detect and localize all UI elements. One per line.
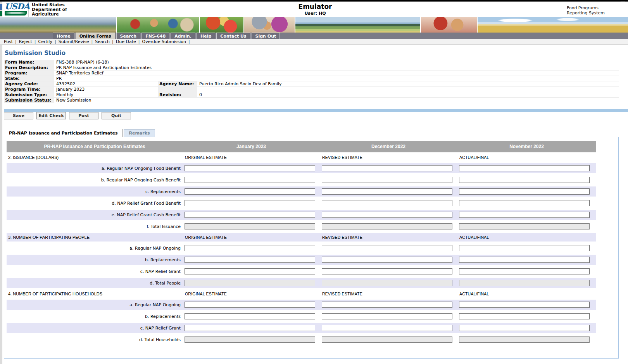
info-row-form-name: Form Name:FNS-388 (PR-NAP) (6-18) — [4, 60, 619, 65]
input-d-total-people-col1 — [185, 280, 315, 286]
nav-online-forms[interactable]: Online Forms — [76, 33, 115, 39]
system-name: Food Programs Reporting System — [567, 5, 605, 16]
nav-admin[interactable]: Admin. — [171, 33, 195, 39]
row-label: d. NAP Relief Grant Food Benefit — [7, 201, 183, 206]
info-label-2 — [158, 87, 197, 92]
input-b-regular-nap-ongoing-cash-benefit-col1[interactable] — [185, 177, 315, 183]
input-e-nap-relief-grant-cash-benefit-col1[interactable] — [185, 212, 315, 218]
input-cell — [320, 200, 457, 206]
input-c-replacements-col1[interactable] — [185, 188, 315, 195]
input-cell — [457, 200, 596, 206]
input-cell — [183, 302, 320, 308]
nav-home[interactable]: Home — [53, 33, 74, 39]
row-label: a. Regular NAP Ongoing — [7, 246, 183, 251]
grid-header-pr-nap-issuance-and-participation-estimates: PR-NAP Issuance and Participation Estima… — [7, 144, 183, 149]
input-a-regular-nap-ongoing-col2[interactable] — [322, 245, 452, 251]
input-cell — [320, 188, 457, 195]
input-cell — [457, 325, 596, 331]
input-cell — [320, 325, 457, 331]
nav-contact-us[interactable]: Contact Us — [216, 33, 250, 39]
subnav-certify[interactable]: Certify — [38, 39, 53, 44]
subnav-due-date[interactable]: Due Date — [116, 39, 136, 44]
column-label-revised-estimate: REVISED ESTIMATE — [320, 235, 457, 240]
input-a-regular-nap-ongoing-col3[interactable] — [459, 302, 590, 308]
column-label-original-estimate: ORIGINAL ESTIMATE — [183, 292, 320, 296]
row-b-replacements: b. Replacements — [7, 311, 596, 322]
nav-fns-648[interactable]: FNS-648 — [141, 33, 169, 39]
input-b-regular-nap-ongoing-cash-benefit-col2[interactable] — [322, 177, 452, 183]
input-a-regular-nap-ongoing-col2[interactable] — [322, 302, 452, 308]
quit-button[interactable]: Quit — [102, 112, 131, 119]
row-label: c. NAP Relief Grant — [7, 269, 183, 274]
info-label: Program: — [4, 71, 54, 76]
info-row-program-time: Program Time:January 2023 — [4, 87, 619, 92]
input-cell — [183, 188, 320, 195]
nav-sign-out[interactable]: Sign Out — [252, 33, 280, 39]
input-a-regular-nap-ongoing-col1[interactable] — [185, 245, 315, 251]
nav-search[interactable]: Search — [116, 33, 141, 39]
subnav-post[interactable]: Post — [4, 39, 13, 44]
estimates-grid: PR-NAP Issuance and Participation Estima… — [7, 141, 596, 345]
info-value: January 2023 — [54, 87, 155, 92]
subnav-reject[interactable]: Reject — [19, 39, 32, 44]
subnav-overdue-submission[interactable]: Overdue Submission — [142, 39, 186, 44]
wheat-field-photo — [478, 17, 628, 33]
input-d-nap-relief-grant-food-benefit-col3[interactable] — [459, 200, 590, 206]
input-b-replacements-col1[interactable] — [185, 257, 315, 263]
row-a-regular-nap-ongoing-food-benefit: a. Regular NAP Ongoing Food Benefit — [7, 162, 596, 174]
input-a-regular-nap-ongoing-food-benefit-col3[interactable] — [459, 165, 590, 171]
input-e-nap-relief-grant-cash-benefit-col2[interactable] — [322, 212, 452, 218]
tab-bar: PR-NAP Issuance and Participation Estima… — [4, 128, 155, 137]
nav-help[interactable]: Help — [197, 33, 215, 39]
subnav-search[interactable]: Search — [95, 39, 110, 44]
grid-header-row: PR-NAP Issuance and Participation Estima… — [7, 141, 596, 152]
input-cell — [183, 257, 320, 263]
input-b-replacements-col2[interactable] — [322, 257, 452, 263]
family-picnic-photo — [117, 17, 200, 33]
input-c-nap-relief-grant-col1[interactable] — [185, 268, 315, 274]
input-cell — [183, 313, 320, 319]
input-cell — [457, 188, 596, 195]
input-cell — [457, 177, 596, 183]
info-row-form-description: Form Description:PR-NAP Issuance and Par… — [4, 65, 619, 71]
input-b-regular-nap-ongoing-cash-benefit-col3[interactable] — [459, 177, 590, 183]
input-c-replacements-col3[interactable] — [459, 188, 590, 195]
row-a-regular-nap-ongoing: a. Regular NAP Ongoing — [7, 242, 596, 254]
tab-remarks[interactable]: Remarks — [124, 129, 155, 137]
input-a-regular-nap-ongoing-col3[interactable] — [459, 245, 590, 251]
edit-check-button[interactable]: Edit Check — [36, 112, 66, 119]
info-label: State: — [4, 76, 54, 81]
input-b-replacements-col3[interactable] — [459, 257, 590, 263]
row-d-total-households: d. Total Households — [7, 334, 596, 345]
input-c-replacements-col2[interactable] — [322, 188, 452, 195]
row-d-nap-relief-grant-food-benefit: d. NAP Relief Grant Food Benefit — [7, 197, 596, 209]
input-f-total-issuance-col3 — [459, 223, 590, 229]
input-a-regular-nap-ongoing-food-benefit-col2[interactable] — [322, 165, 452, 171]
input-a-regular-nap-ongoing-food-benefit-col1[interactable] — [185, 165, 315, 171]
input-f-total-issuance-col1 — [185, 223, 315, 229]
input-b-replacements-col2[interactable] — [322, 313, 452, 319]
input-e-nap-relief-grant-cash-benefit-col3[interactable] — [459, 212, 590, 218]
info-label: Submission Status: — [4, 98, 54, 103]
post-button[interactable]: Post — [69, 112, 98, 119]
input-d-nap-relief-grant-food-benefit-col1[interactable] — [185, 200, 315, 206]
input-d-nap-relief-grant-food-benefit-col2[interactable] — [322, 200, 452, 206]
input-cell — [183, 280, 320, 286]
info-value-2: Puerto Rico Admin Socio Dev of Family — [197, 81, 619, 86]
tab-pr-nap-issuance-and-participation-estimates[interactable]: PR-NAP Issuance and Participation Estima… — [4, 129, 122, 137]
toolbar: SaveEdit CheckPostQuit — [4, 112, 134, 120]
info-value: New Submission — [54, 98, 619, 103]
input-c-nap-relief-grant-col3[interactable] — [459, 325, 590, 331]
vegetables-photo — [200, 17, 244, 33]
input-a-regular-nap-ongoing-col1[interactable] — [185, 302, 315, 308]
row-label: c. NAP Relief Grant — [7, 326, 183, 331]
subnav-submit-revise[interactable]: Submit/Revise — [59, 39, 89, 44]
input-c-nap-relief-grant-col2[interactable] — [322, 268, 452, 274]
input-c-nap-relief-grant-col3[interactable] — [459, 268, 590, 274]
input-b-replacements-col3[interactable] — [459, 313, 590, 319]
input-c-nap-relief-grant-col1[interactable] — [185, 325, 315, 331]
input-b-replacements-col1[interactable] — [185, 313, 315, 319]
main-nav: HomeOnline FormsSearchFNS-648Admin.HelpC… — [0, 33, 628, 39]
input-c-nap-relief-grant-col2[interactable] — [322, 325, 452, 331]
save-button[interactable]: Save — [4, 112, 33, 119]
